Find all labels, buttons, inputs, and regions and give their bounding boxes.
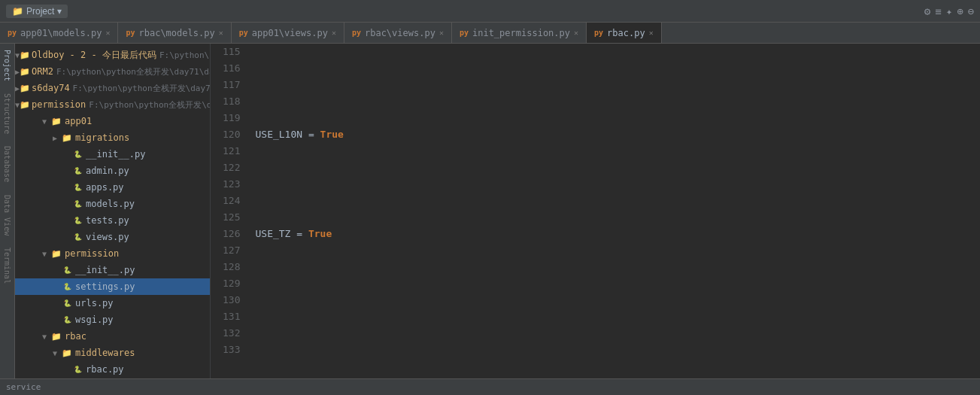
settings-icon[interactable]: ⚙	[924, 5, 930, 17]
py-file-icon: 🐍	[71, 233, 84, 241]
tab-label: app01\models.py	[20, 28, 102, 38]
tree-label: admin.py	[86, 166, 129, 176]
tree-item-migrations1[interactable]: ▶ 📁 migrations	[15, 129, 210, 146]
tree-item-middlewares[interactable]: ▼ 📁 middlewares	[15, 345, 210, 361]
tree-item-init1[interactable]: 🐍 __init__.py	[15, 146, 210, 163]
tree-item-permission-root[interactable]: ▼ 📁 permission F:\python\python全栈开发\day7…	[15, 96, 210, 113]
tree-label: permission	[32, 99, 86, 110]
py-file-icon: 🐍	[71, 184, 84, 191]
tab-rbac-views[interactable]: py rbac\views.py ✕	[344, 23, 452, 43]
tree-item-apps[interactable]: 🐍 apps.py	[15, 179, 210, 196]
tab-close-icon[interactable]: ✕	[332, 29, 336, 37]
line-120	[255, 325, 972, 342]
tree-label: rbac	[65, 331, 86, 342]
tree-label: permission	[65, 248, 119, 259]
code-editor[interactable]: 115 116 117 118 119 120 121 122 123 124 …	[211, 44, 980, 378]
folder-icon: 📁	[20, 67, 30, 77]
tab-app01-views[interactable]: py app01\views.py ✕	[232, 23, 344, 43]
tab-rbac-models[interactable]: py rbac\models.py ✕	[118, 23, 231, 43]
tab-label: app01\views.py	[252, 28, 328, 38]
tab-init-permission[interactable]: py init_permission.py ✕	[452, 23, 587, 43]
tree-item-s6day74[interactable]: ▶ 📁 s6day74 F:\python\python全栈开发\day74课上…	[15, 80, 210, 96]
tree-label: models.py	[86, 199, 135, 209]
tab-close-icon[interactable]: ✕	[574, 29, 578, 37]
py-icon: py	[8, 29, 17, 37]
tree-label: views.py	[86, 232, 129, 242]
project-button[interactable]: 📁 Project ▾	[6, 5, 68, 18]
tree-arrow: ▼	[50, 349, 60, 357]
terminal-icon[interactable]: Terminal	[2, 245, 13, 287]
folder-icon: 📁	[50, 117, 63, 126]
project-panel-icon[interactable]: Project	[2, 47, 13, 84]
tab-close-icon[interactable]: ✕	[105, 29, 110, 37]
line-119	[255, 275, 972, 292]
folder-icon: 📁	[20, 84, 30, 93]
topbar-icons: ⚙ ≡ ✦ ⊕ ⊖	[924, 5, 974, 17]
tree-item-orm2[interactable]: ▶ 📁 ORM2 F:\python\python全栈开发\day71\day7…	[15, 63, 210, 80]
dataview-icon[interactable]: Data View	[2, 192, 13, 239]
tab-app01-models[interactable]: py app01\models.py ✕	[0, 23, 118, 43]
tree-item-rbacpy[interactable]: 🐍 rbac.py	[15, 361, 210, 378]
structure-icon[interactable]: Structure	[2, 90, 13, 137]
tree-arrow: ▶	[50, 134, 60, 142]
tree-label: __init__.py	[75, 265, 135, 275]
tab-close-icon[interactable]: ✕	[649, 29, 654, 37]
tab-bar: py app01\models.py ✕ py rbac\models.py ✕…	[0, 23, 980, 44]
tree-item-views1[interactable]: 🐍 views.py	[15, 229, 210, 245]
tree-item-models1[interactable]: 🐍 models.py	[15, 196, 210, 212]
tree-label: tests.py	[86, 215, 129, 226]
tab-close-icon[interactable]: ✕	[439, 29, 444, 37]
tab-label: init_permission.py	[472, 28, 570, 38]
tab-close-icon[interactable]: ✕	[219, 29, 223, 37]
menu-icon[interactable]: ≡	[935, 5, 941, 17]
tree-item-settings[interactable]: 🐍 settings.py	[15, 278, 210, 295]
tree-item-init2[interactable]: 🐍 __init__.py	[15, 262, 210, 278]
line-117	[255, 176, 972, 193]
tree-item-urls1[interactable]: 🐍 urls.py	[15, 295, 210, 311]
star-icon[interactable]: ✦	[946, 5, 952, 17]
py-file-icon: 🐍	[60, 316, 74, 324]
py-file-icon: 🐍	[71, 200, 84, 208]
tree-item-admin[interactable]: 🐍 admin.py	[15, 163, 210, 179]
tree-item-app01[interactable]: ▼ 📁 app01	[15, 113, 210, 129]
py-file-icon: 🐍	[71, 366, 84, 373]
tree-path: F:\python\python全栈开发\day77课上所有\permissio…	[89, 99, 211, 111]
tree-label: ORM2	[32, 66, 53, 77]
py-file-icon: 🐍	[60, 266, 74, 274]
tree-arrow: ▼	[39, 333, 50, 341]
bottom-bar: service	[0, 378, 980, 395]
tree-item-permission2[interactable]: ▼ 📁 permission	[15, 245, 210, 262]
add-icon[interactable]: ⊕	[957, 5, 963, 17]
tab-label: rbac\models.py	[139, 28, 215, 38]
folder-icon: 📁	[50, 332, 63, 342]
py-icon: py	[594, 29, 603, 37]
tree-item-rbac[interactable]: ▼ 📁 rbac	[15, 328, 210, 345]
tab-rbac-py[interactable]: py rbac.py ✕	[587, 23, 662, 43]
tab-label: rbac.py	[607, 28, 645, 38]
tree-item-wsgi[interactable]: 🐍 wsgi.py	[15, 311, 210, 328]
side-panel: Project Structure Database Data View Ter…	[0, 44, 15, 378]
database-icon[interactable]: Database	[2, 143, 13, 185]
tree-item-tests[interactable]: 🐍 tests.py	[15, 212, 210, 229]
project-dropdown-icon: ▾	[57, 6, 62, 17]
py-icon: py	[239, 29, 248, 37]
code-content: 115 116 117 118 119 120 121 122 123 124 …	[211, 44, 980, 378]
tree-path: F:\python\python全栈开发\day74课上所有\s6day74	[73, 83, 211, 94]
tab-label: rbac\views.py	[365, 28, 435, 38]
tree-label: apps.py	[86, 182, 124, 193]
tree-label: app01	[65, 116, 92, 126]
code-lines: USE_L10N = True USE_TZ = True # Static f…	[247, 44, 980, 378]
py-icon: py	[352, 29, 361, 37]
folder-icon: 📁	[60, 133, 74, 143]
folder-icon: 📁	[20, 100, 30, 110]
tree-label: s6day74	[32, 83, 70, 93]
py-icon: py	[126, 29, 135, 37]
tree-item-oldboy[interactable]: ▼ 📁 Oldboy - 2 - 今日最后代码 F:\python\python…	[15, 47, 210, 63]
remove-icon[interactable]: ⊖	[968, 5, 974, 17]
py-icon: py	[460, 29, 469, 37]
tree-path: F:\python\python全栈开发\s6day75课上所有\s	[159, 50, 211, 61]
tree-label: migrations	[75, 132, 129, 143]
tree-arrow: ▼	[39, 250, 50, 258]
tree-label: middlewares	[75, 348, 135, 358]
folder-icon: 📁	[20, 50, 30, 60]
